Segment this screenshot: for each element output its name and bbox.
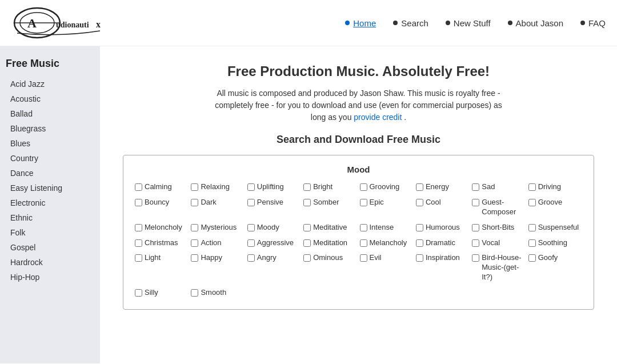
sidebar-item-dance[interactable]: Dance [6, 166, 94, 181]
mood-item-christmas[interactable]: Christmas [135, 238, 189, 248]
mood-checkbox[interactable] [135, 239, 142, 247]
mood-checkbox[interactable] [303, 239, 311, 247]
mood-checkbox[interactable] [360, 254, 367, 262]
mood-item-goofy[interactable]: Goofy [528, 253, 582, 282]
mood-item-cool[interactable]: Cool [416, 198, 470, 217]
sidebar-item-bluegrass[interactable]: Bluegrass [6, 121, 94, 136]
mood-checkbox[interactable] [472, 224, 479, 231]
sidebar-item-acid-jazz[interactable]: Acid Jazz [6, 77, 94, 91]
sidebar-item-blues[interactable]: Blues [6, 136, 94, 151]
mood-checkbox[interactable] [303, 254, 311, 262]
mood-checkbox[interactable] [191, 224, 198, 231]
mood-item-calming[interactable]: Calming [135, 182, 189, 192]
nav-item-about-jason[interactable]: About Jason [508, 18, 563, 28]
mood-checkbox[interactable] [360, 239, 367, 247]
mood-item-dramatic[interactable]: Dramatic [416, 238, 470, 248]
mood-checkbox[interactable] [247, 254, 255, 262]
mood-item-silly[interactable]: Silly [135, 288, 189, 298]
sidebar-item-electronic[interactable]: Electronic [6, 195, 94, 210]
mood-item-meloncholy[interactable]: Meloncholy [135, 223, 189, 233]
mood-item-suspenseful[interactable]: Suspenseful [528, 223, 582, 233]
mood-checkbox[interactable] [416, 224, 423, 231]
mood-checkbox[interactable] [135, 224, 142, 231]
mood-checkbox[interactable] [528, 224, 536, 231]
mood-item-uplifting[interactable]: Uplifting [247, 182, 301, 192]
mood-checkbox[interactable] [528, 183, 536, 191]
sidebar-item-easy-listening[interactable]: Easy Listening [6, 181, 94, 195]
mood-item-guest-composer[interactable]: Guest-Composer [472, 198, 526, 217]
mood-checkbox[interactable] [135, 199, 142, 206]
mood-checkbox[interactable] [303, 199, 311, 206]
mood-checkbox[interactable] [303, 224, 311, 231]
mood-checkbox[interactable] [135, 183, 142, 191]
nav-item-new-stuff[interactable]: New Stuff [446, 18, 491, 28]
mood-checkbox[interactable] [528, 239, 536, 247]
mood-item-moody[interactable]: Moody [247, 223, 301, 233]
mood-item-ominous[interactable]: Ominous [303, 253, 357, 282]
sidebar-item-country[interactable]: Country [6, 151, 94, 166]
mood-checkbox[interactable] [360, 224, 367, 231]
nav-item-home[interactable]: Home [345, 18, 376, 28]
mood-checkbox[interactable] [416, 239, 423, 247]
mood-item-bouncy[interactable]: Bouncy [135, 198, 189, 217]
mood-item-intense[interactable]: Intense [360, 223, 414, 233]
sidebar-item-gospel[interactable]: Gospel [6, 240, 94, 255]
mood-item-meditative[interactable]: Meditative [303, 223, 357, 233]
credit-link[interactable]: provide credit [354, 113, 402, 122]
sidebar-item-acoustic[interactable]: Acoustic [6, 91, 94, 106]
mood-checkbox[interactable] [191, 289, 198, 297]
sidebar-item-hip-hop[interactable]: Hip-Hop [6, 270, 94, 285]
mood-checkbox[interactable] [303, 183, 311, 191]
mood-checkbox[interactable] [416, 199, 423, 206]
nav-item-search[interactable]: Search [393, 18, 428, 28]
mood-checkbox[interactable] [360, 199, 367, 206]
mood-checkbox[interactable] [191, 239, 198, 247]
mood-item-light[interactable]: Light [135, 253, 189, 282]
mood-item-relaxing[interactable]: Relaxing [191, 182, 245, 192]
mood-checkbox[interactable] [472, 239, 479, 247]
mood-item-epic[interactable]: Epic [360, 198, 414, 217]
mood-checkbox[interactable] [135, 254, 142, 262]
mood-item-energy[interactable]: Energy [416, 182, 470, 192]
mood-checkbox[interactable] [135, 289, 142, 297]
mood-item-somber[interactable]: Somber [303, 198, 357, 217]
mood-item-bird-house-music--get-it--[interactable]: Bird-House-Music-(get-It?) [472, 253, 526, 282]
mood-checkbox[interactable] [247, 199, 255, 206]
mood-checkbox[interactable] [191, 183, 198, 191]
logo[interactable]: A udionauti x [11, 6, 103, 40]
nav-item-faq[interactable]: FAQ [580, 18, 606, 28]
mood-checkbox[interactable] [528, 254, 536, 262]
mood-item-happy[interactable]: Happy [191, 253, 245, 282]
mood-checkbox[interactable] [472, 183, 479, 191]
mood-item-sad[interactable]: Sad [472, 182, 526, 192]
mood-item-vocal[interactable]: Vocal [472, 238, 526, 248]
mood-checkbox[interactable] [247, 183, 255, 191]
mood-checkbox[interactable] [247, 224, 255, 231]
mood-checkbox[interactable] [360, 183, 367, 191]
mood-item-groove[interactable]: Groove [528, 198, 582, 217]
mood-checkbox[interactable] [472, 199, 479, 206]
mood-item-evil[interactable]: Evil [360, 253, 414, 282]
sidebar-item-ethnic[interactable]: Ethnic [6, 210, 94, 225]
mood-item-smooth[interactable]: Smooth [191, 288, 245, 298]
mood-item-driving[interactable]: Driving [528, 182, 582, 192]
mood-checkbox[interactable] [191, 254, 198, 262]
sidebar-item-ballad[interactable]: Ballad [6, 106, 94, 121]
mood-checkbox[interactable] [416, 254, 423, 262]
mood-checkbox[interactable] [191, 199, 198, 206]
mood-item-dark[interactable]: Dark [191, 198, 245, 217]
mood-item-short-bits[interactable]: Short-Bits [472, 223, 526, 233]
mood-item-mysterious[interactable]: Mysterious [191, 223, 245, 233]
mood-item-aggressive[interactable]: Aggressive [247, 238, 301, 248]
mood-item-action[interactable]: Action [191, 238, 245, 248]
sidebar-item-hardrock[interactable]: Hardrock [6, 255, 94, 270]
mood-checkbox[interactable] [528, 199, 536, 206]
mood-item-humorous[interactable]: Humorous [416, 223, 470, 233]
mood-item-grooving[interactable]: Grooving [360, 182, 414, 192]
mood-item-angry[interactable]: Angry [247, 253, 301, 282]
mood-item-bright[interactable]: Bright [303, 182, 357, 192]
mood-checkbox[interactable] [247, 239, 255, 247]
mood-checkbox[interactable] [416, 183, 423, 191]
mood-checkbox[interactable] [472, 254, 479, 262]
mood-item-soothing[interactable]: Soothing [528, 238, 582, 248]
